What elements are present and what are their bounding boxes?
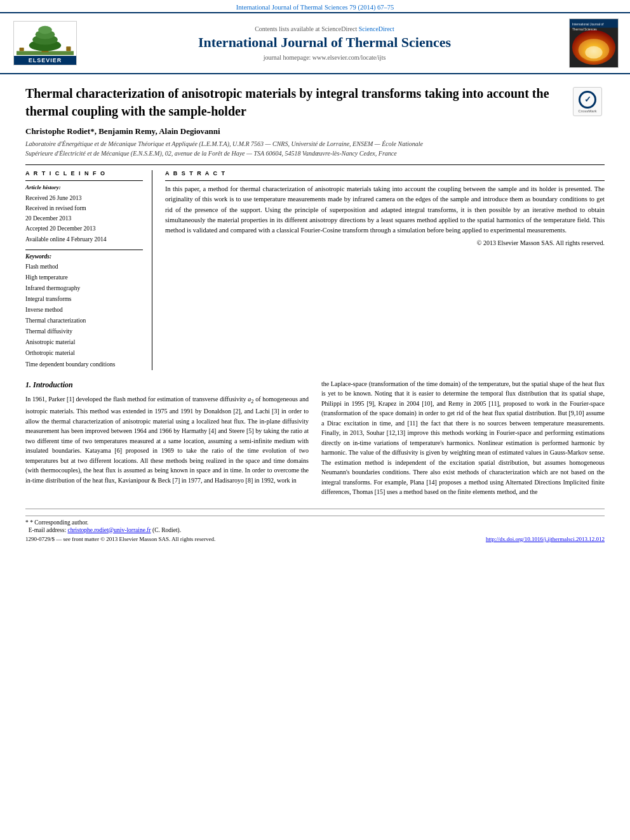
- keyword-7: Thermal diffusivity: [25, 328, 72, 335]
- accepted-date: Accepted 20 December 2013: [25, 225, 96, 232]
- revised-label: Received in revised form: [25, 205, 86, 211]
- journal-homepage: journal homepage: www.elsevier.com/locat…: [86, 54, 563, 61]
- keyword-3: Infrared thermography: [25, 285, 80, 291]
- body-columns: 1. Introduction In 1961, Parker [1] deve…: [25, 379, 605, 501]
- keyword-6: Thermal characterization: [25, 317, 86, 324]
- history-label: Article history:: [25, 184, 143, 190]
- corresponding-author-note: * * Corresponding author.: [25, 519, 605, 526]
- journal-center: Contents lists available at ScienceDirec…: [86, 25, 563, 61]
- introduction-heading: 1. Introduction: [25, 379, 309, 391]
- page-footer: * * Corresponding author. E-mail address…: [25, 509, 605, 545]
- crossmark-logo-box: ✓ CrossMark: [573, 87, 602, 116]
- available-date: Available online 4 February 2014: [25, 236, 107, 243]
- journal-header: ELSEVIER Contents lists available at Sci…: [0, 12, 630, 74]
- sciencedirect-link: Contents lists available at ScienceDirec…: [86, 25, 563, 32]
- elsevier-logo-box: ELSEVIER: [13, 21, 77, 65]
- body-left-column: 1. Introduction In 1961, Parker [1] deve…: [25, 379, 309, 501]
- email-label: E-mail address:: [29, 527, 66, 533]
- keyword-10: Time dependent boundary conditions: [25, 361, 115, 368]
- journal-thumbnail: International Journal of Thermal Science…: [569, 18, 620, 68]
- crossmark-badge: ✓ CrossMark: [573, 87, 605, 116]
- email-suffix: (C. Rodiet).: [152, 527, 181, 533]
- article-title-block: Thermal characterization of anisotropic …: [25, 84, 566, 158]
- journal-reference-bar: International Journal of Thermal Science…: [0, 0, 630, 12]
- svg-rect-7: [66, 46, 70, 51]
- body-right-column: the Laplace-space (transformation of the…: [321, 379, 605, 501]
- revised-date: 20 December 2013: [25, 215, 71, 222]
- body-section: 1. Introduction In 1961, Parker [1] deve…: [25, 379, 605, 501]
- footer-bottom: 1290-0729/$ — see front matter © 2013 El…: [25, 536, 605, 542]
- keywords-label: Keywords:: [25, 253, 143, 260]
- crossmark-circle: ✓: [579, 91, 596, 109]
- article-info-section-label: A R T I C L E I N F O: [25, 170, 143, 177]
- svg-rect-6: [20, 48, 24, 51]
- issn-line: 1290-0729/$ — see front matter © 2013 El…: [25, 536, 215, 542]
- elsevier-logo-container: ELSEVIER: [10, 21, 80, 65]
- abstract-text: In this paper, a method for thermal char…: [165, 184, 605, 236]
- received-date: Received 26 June 2013: [25, 195, 81, 201]
- svg-point-5: [38, 26, 52, 34]
- abstract-column: A B S T R A C T In this paper, a method …: [165, 170, 605, 370]
- keyword-1: Flash method: [25, 263, 58, 270]
- elsevier-text: ELSEVIER: [14, 56, 76, 65]
- journal-title-banner: International Journal of Thermal Science…: [86, 34, 563, 52]
- keyword-5: Inverse method: [25, 307, 63, 313]
- crossmark-label: CrossMark: [578, 109, 596, 113]
- divider-1: [25, 180, 143, 181]
- journal-ref-text: International Journal of Thermal Science…: [236, 4, 394, 11]
- article-title-section: Thermal characterization of anisotropic …: [25, 84, 605, 158]
- intro-right-paragraph: the Laplace-space (transformation of the…: [321, 379, 605, 497]
- article-title: Thermal characterization of anisotropic …: [25, 84, 566, 120]
- divider-2: [25, 250, 143, 250]
- doi-link[interactable]: http://dx.doi.org/10.1016/j.ijthermalsci…: [486, 536, 605, 542]
- article-dates: Received 26 June 2013 Received in revise…: [25, 193, 143, 244]
- email-line: E-mail address: christophe.rodiet@univ-l…: [25, 527, 605, 533]
- elsevier-tree-image: [17, 23, 74, 56]
- article-info-abstract-section: A R T I C L E I N F O Article history: R…: [25, 164, 605, 370]
- authors: Christophe Rodiet*, Benjamin Remy, Alain…: [25, 126, 566, 137]
- author-email[interactable]: christophe.rodiet@univ-lorraine.fr: [67, 527, 151, 533]
- copyright-line: © 2013 Elsevier Masson SAS. All rights r…: [165, 239, 605, 246]
- svg-text:Thermal Sciences: Thermal Sciences: [572, 28, 597, 31]
- footer-divider: [25, 516, 605, 516]
- affiliation-line2: Supérieure d'Électricité et de Mécanique…: [25, 150, 397, 157]
- abstract-section-label: A B S T R A C T: [165, 170, 605, 177]
- journal-cover-image: International Journal of Thermal Science…: [569, 18, 619, 68]
- divider-3: [165, 180, 605, 181]
- sciencedirect-anchor[interactable]: ScienceDirect: [359, 25, 394, 32]
- affiliation: Laboratoire d'Énergétique et de Mécaniqu…: [25, 139, 566, 158]
- main-content: Thermal characterization of anisotropic …: [0, 74, 630, 551]
- keyword-8: Anisotropic material: [25, 339, 75, 345]
- keyword-4: Integral transforms: [25, 296, 72, 302]
- journal-cover-svg: International Journal of Thermal Science…: [570, 18, 618, 68]
- keyword-9: Orthotropic material: [25, 350, 75, 356]
- affiliation-line1: Laboratoire d'Énergétique et de Mécaniqu…: [25, 140, 423, 147]
- svg-text:International Journal of: International Journal of: [572, 23, 604, 26]
- doi-line: http://dx.doi.org/10.1016/j.ijthermalsci…: [486, 536, 605, 542]
- keywords-list: Flash method High temperature Infrared t…: [25, 262, 143, 370]
- article-info-column: A R T I C L E I N F O Article history: R…: [25, 170, 152, 370]
- keyword-2: High temperature: [25, 274, 68, 281]
- svg-point-11: [585, 46, 602, 58]
- intro-left-paragraph: In 1961, Parker [1] developed the flash …: [25, 394, 309, 485]
